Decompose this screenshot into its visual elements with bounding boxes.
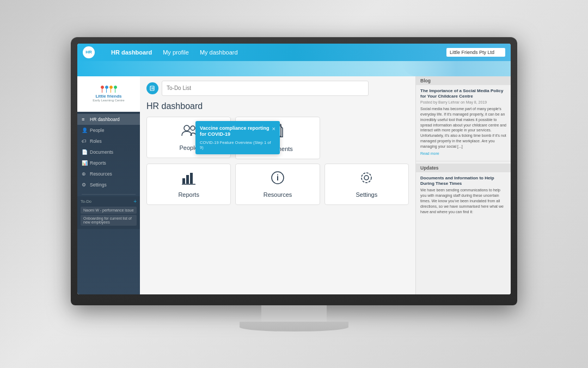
sidebar-item-reports[interactable]: 📊 Reports (77, 158, 140, 168)
people-icon: 👤 (82, 128, 87, 133)
sidebar: Little friends Early Learning Centre ≡ H… (77, 76, 140, 294)
sidebar-logo: Little friends Early Learning Centre (77, 76, 140, 112)
nav-hr-dashboard[interactable]: HR dashboard (111, 49, 152, 56)
people-tile-wrapper: People Vaccine compliance reporting for … (146, 117, 231, 159)
app-logo: HR (83, 46, 95, 58)
resources-tile-label: Resources (240, 191, 315, 198)
fig1 (101, 86, 104, 93)
fig1-body (102, 89, 102, 93)
hr-dashboard-icon: ≡ (82, 117, 87, 122)
todo-input-area (146, 81, 409, 96)
settings-svg-icon (359, 171, 373, 185)
documents-icon: 📄 (82, 149, 87, 155)
top-nav-right: Little Friends Pty Ltd (446, 48, 505, 57)
top-navigation: HR HR dashboard My profile My dashboard … (77, 44, 511, 61)
updates-article-body: We have been sending communications to h… (420, 188, 506, 214)
reports-tile-label: Reports (151, 191, 226, 198)
sidebar-label-people: People (90, 128, 104, 133)
sidebar-label-hr-dashboard: HR dashboard (90, 117, 120, 122)
resources-icon: ⊕ (82, 171, 87, 177)
monitor-stand-neck (261, 305, 327, 322)
svg-point-3 (184, 125, 189, 131)
monitor: HR HR dashboard My profile My dashboard … (71, 37, 517, 331)
reports-svg-icon (181, 171, 197, 185)
fig4 (114, 86, 117, 93)
fig2 (105, 86, 108, 93)
right-panel: Blog The Importance of a Social Media Po… (415, 76, 511, 294)
content-area: HR dashboard (140, 76, 511, 294)
svg-rect-0 (150, 86, 154, 91)
settings-tile[interactable]: Settings (324, 164, 409, 205)
sidebar-item-settings[interactable]: ⚙ Settings (77, 179, 140, 190)
svg-rect-10 (186, 175, 189, 184)
roles-icon: 🏷 (82, 138, 87, 144)
hero-banner-image (402, 61, 511, 76)
svg-point-16 (362, 173, 371, 183)
reports-tile-icon (151, 171, 226, 188)
fig2-body (106, 89, 107, 93)
monitor-screen: HR HR dashboard My profile My dashboard … (77, 44, 511, 294)
svg-point-15 (364, 176, 369, 180)
main-layout: Little friends Early Learning Centre ≡ H… (77, 76, 511, 294)
sidebar-item-resources[interactable]: ⊕ Resources (77, 168, 140, 179)
sidebar-label-documents: Documents (90, 149, 113, 155)
updates-section-title: Updates (416, 164, 511, 172)
sidebar-brand: Little friends (95, 94, 121, 99)
sidebar-label-settings: Settings (90, 182, 107, 188)
resources-svg-icon: i (271, 171, 285, 185)
sidebar-subtitle: Early Learning Centre (93, 99, 124, 102)
main-content: HR dashboard (140, 76, 415, 294)
sidebar-label-resources: Resources (90, 171, 112, 177)
sidebar-todo-section: To-Do + Naomi W - performance issue Onbo… (77, 196, 140, 229)
todo-input-field[interactable] (162, 81, 369, 96)
nav-my-profile[interactable]: My profile (163, 49, 189, 56)
todo-item-1[interactable]: Naomi W - performance issue (81, 207, 137, 214)
empty-cell (324, 117, 409, 159)
people-svg-icon (181, 124, 197, 138)
sidebar-item-roles[interactable]: 🏷 Roles (77, 136, 140, 147)
dashboard-grid: People Vaccine compliance reporting for … (146, 117, 409, 205)
sidebar-label-roles: Roles (90, 138, 102, 144)
settings-tile-icon (329, 171, 404, 188)
updates-article-title: Documents and Information to Help During… (420, 176, 506, 187)
settings-icon: ⚙ (82, 182, 87, 188)
monitor-bezel: HR HR dashboard My profile My dashboard … (71, 37, 517, 305)
fig3-body (111, 89, 111, 93)
logo-area: HR (83, 46, 95, 58)
settings-tile-label: Settings (329, 191, 404, 198)
svg-text:i: i (277, 173, 279, 182)
fig4-body (115, 89, 115, 93)
fig3 (109, 86, 113, 93)
sidebar-item-documents[interactable]: 📄 Documents (77, 147, 140, 158)
blog-read-more[interactable]: Read more (420, 152, 506, 155)
svg-point-4 (191, 126, 195, 130)
svg-rect-11 (190, 173, 193, 184)
vaccine-popup: Vaccine compliance reporting for COVID-1… (195, 121, 280, 154)
popup-subtitle: COVID-19 Feature Overview (Step 1 of 9) (200, 140, 275, 150)
blog-article-meta: Posted by Barry Lehrar on May 8, 2019 (420, 100, 506, 104)
popup-close-button[interactable]: × (272, 125, 275, 132)
todo-item-2[interactable]: Onboarding for current list of new emplo… (81, 215, 137, 226)
panel-divider (416, 161, 511, 161)
popup-header: Vaccine compliance reporting for COVID-1… (200, 125, 275, 138)
todo-header: To-Do + (81, 198, 137, 204)
todo-add-button[interactable]: + (133, 198, 137, 204)
reports-tile[interactable]: Reports (146, 164, 231, 205)
blog-section-title: Blog (416, 76, 511, 85)
company-select[interactable]: Little Friends Pty Ltd (446, 48, 505, 57)
sidebar-label-reports: Reports (90, 160, 106, 166)
nav-my-dashboard[interactable]: My dashboard (200, 49, 238, 56)
svg-rect-9 (182, 178, 185, 184)
page-title: HR dashboard (146, 101, 409, 111)
resources-tile-icon: i (240, 171, 315, 188)
resources-tile[interactable]: i Resources (235, 164, 320, 205)
sidebar-item-hr-dashboard[interactable]: ≡ HR dashboard (77, 114, 140, 125)
sidebar-divider (82, 194, 136, 195)
sidebar-nav: ≡ HR dashboard 👤 People 🏷 Roles 📄 (77, 112, 140, 192)
pencil-icon (150, 86, 155, 91)
sidebar-item-people[interactable]: 👤 People (77, 125, 140, 136)
todo-input-icon (146, 82, 158, 94)
monitor-stand-base (240, 322, 348, 331)
popup-title: Vaccine compliance reporting for COVID-1… (200, 125, 270, 138)
todo-label: To-Do (81, 199, 91, 204)
